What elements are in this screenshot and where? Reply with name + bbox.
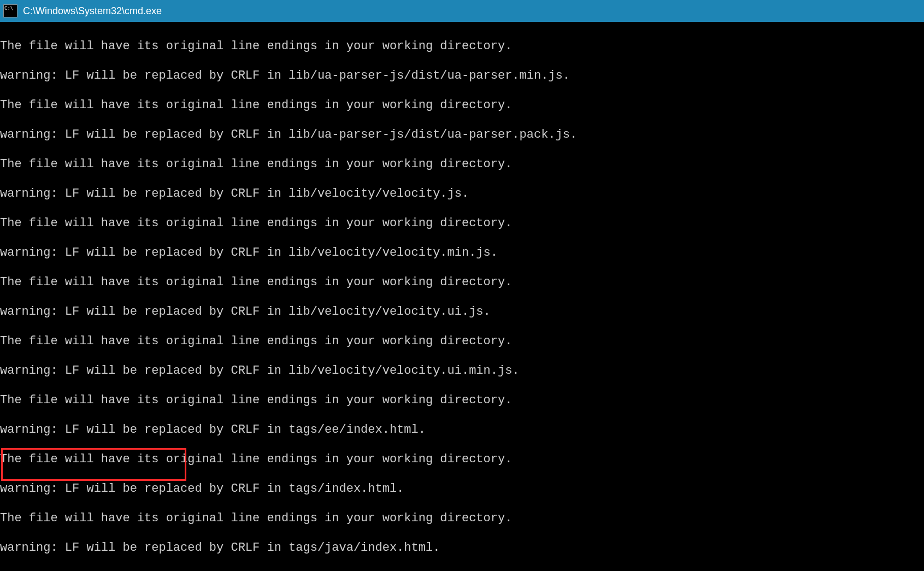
output-line: The file will have its original line end…: [0, 157, 924, 172]
output-line: The file will have its original line end…: [0, 216, 924, 231]
window-title: C:\Windows\System32\cmd.exe: [23, 5, 162, 17]
output-line: The file will have its original line end…: [0, 98, 924, 113]
output-line: The file will have its original line end…: [0, 511, 924, 526]
output-line: The file will have its original line end…: [0, 452, 924, 467]
output-line: warning: LF will be replaced by CRLF in …: [0, 245, 924, 260]
output-line: warning: LF will be replaced by CRLF in …: [0, 127, 924, 142]
output-line: warning: LF will be replaced by CRLF in …: [0, 363, 924, 378]
output-line: The file will have its original line end…: [0, 39, 924, 54]
output-line: warning: LF will be replaced by CRLF in …: [0, 304, 924, 319]
output-line: The file will have its original line end…: [0, 334, 924, 349]
terminal-output[interactable]: The file will have its original line end…: [0, 22, 924, 571]
output-line: warning: LF will be replaced by CRLF in …: [0, 68, 924, 83]
output-line: warning: LF will be replaced by CRLF in …: [0, 481, 924, 496]
window-titlebar[interactable]: C:\Windows\System32\cmd.exe: [0, 0, 924, 22]
output-line: The file will have its original line end…: [0, 275, 924, 290]
output-line: warning: LF will be replaced by CRLF in …: [0, 186, 924, 201]
cmd-icon: [3, 4, 17, 17]
output-line: warning: LF will be replaced by CRLF in …: [0, 422, 924, 437]
output-line: warning: LF will be replaced by CRLF in …: [0, 540, 924, 555]
output-line: The file will have its original line end…: [0, 393, 924, 408]
